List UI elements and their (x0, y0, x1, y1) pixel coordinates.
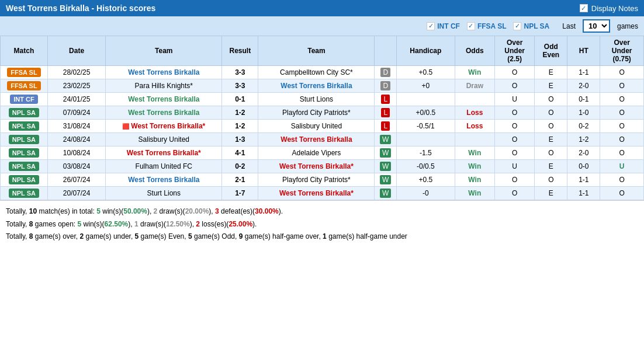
scores-table: Match Date Team Result Team Handicap Odd… (0, 36, 644, 200)
table-row: NPL SA31/08/24🟥West Torrens Birkalla*1-2… (1, 120, 644, 133)
odds-result: Win (455, 160, 494, 173)
result-letter: W (380, 189, 391, 198)
table-row: NPL SA24/08/24Salisbury United1-3West To… (1, 133, 644, 146)
team1-name: West Torrens Birkalla* (106, 146, 222, 160)
odds-result: Draw (455, 79, 494, 93)
ffsa-sl-label: FFSA SL (477, 22, 507, 30)
col-team2: Team (258, 36, 375, 66)
result-letter: L (381, 121, 390, 131)
col-ou25: Over Under (2.5) (495, 36, 535, 66)
result-indicator: L (375, 106, 397, 120)
league-badge: NPL SA (9, 175, 39, 184)
odds-result: Win (455, 146, 494, 160)
odds-result: Loss (455, 106, 494, 120)
league-badge-cell: NPL SA (1, 160, 48, 173)
over-under-25: O (495, 173, 535, 187)
table-row: INT CF24/01/25West Torrens Birkalla0-1St… (1, 93, 644, 106)
half-time-score: 1-2 (567, 133, 600, 146)
league-badge: INT CF (10, 95, 37, 104)
league-badge-cell: FFSA SL (1, 79, 48, 93)
over-under-075: U (600, 160, 644, 173)
result-indicator: W (375, 146, 397, 160)
team2-name: Campbelltown City SC* (258, 66, 375, 79)
table-row: FFSA SL23/02/25Para Hills Knights*3-3Wes… (1, 79, 644, 93)
league-badge: NPL SA (9, 121, 39, 131)
league-badge-cell: NPL SA (1, 173, 48, 187)
handicap-value (397, 133, 455, 146)
result-indicator: W (375, 187, 397, 200)
games-select[interactable]: 10 20 30 (583, 19, 610, 33)
over-under-25: U (495, 93, 535, 106)
handicap-value: +0.5 (397, 173, 455, 187)
ffsa-sl-check[interactable]: ✓ (467, 22, 475, 30)
handicap-value: -0/0.5 (397, 160, 455, 173)
result-indicator: L (375, 93, 397, 106)
handicap-value: -0.5/1 (397, 120, 455, 133)
handicap-value: -1.5 (397, 146, 455, 160)
footer: Totally, 10 match(es) in total: 5 win(s)… (0, 200, 644, 248)
handicap-value: -0 (397, 187, 455, 200)
over-under-25: O (495, 106, 535, 120)
match-score: 3-3 (222, 66, 258, 79)
team2-name: West Torrens Birkalla* (258, 187, 375, 200)
table-row: FFSA SL28/02/25West Torrens Birkalla3-3C… (1, 66, 644, 79)
result-letter: W (380, 162, 391, 171)
half-time-score: 1-1 (567, 66, 600, 79)
team2-name: West Torrens Birkalla* (258, 160, 375, 173)
team1-name: West Torrens Birkalla (106, 93, 222, 106)
int-cf-check[interactable]: ✓ (427, 22, 435, 30)
match-date: 23/02/25 (47, 79, 105, 93)
team1-name: Fulham United FC (106, 160, 222, 173)
result-letter: D (380, 81, 390, 90)
odd-even: E (535, 66, 567, 79)
col-team1: Team (106, 36, 222, 66)
filter-ffsa-sl[interactable]: ✓ FFSA SL (467, 22, 507, 30)
match-date: 31/08/24 (47, 120, 105, 133)
odds-result (455, 93, 494, 106)
half-time-score: 0-0 (567, 160, 600, 173)
odd-even: O (535, 120, 567, 133)
filter-bar: ✓ INT CF ✓ FFSA SL ✓ NPL SA Last 10 20 3… (0, 16, 644, 36)
result-letter: L (381, 95, 390, 104)
odds-result: Win (455, 66, 494, 79)
display-notes-container[interactable]: ✓ Display Notes (580, 4, 638, 13)
odds-result: Win (455, 173, 494, 187)
col-wd (375, 36, 397, 66)
filter-int-cf[interactable]: ✓ INT CF (427, 22, 460, 30)
col-handicap: Handicap (397, 36, 455, 66)
header-title: West Torrens Birkalla - Historic scores (6, 4, 155, 13)
league-badge-cell: NPL SA (1, 133, 48, 146)
col-oe: Odd Even (535, 36, 567, 66)
odds-result (455, 133, 494, 146)
match-date: 24/08/24 (47, 133, 105, 146)
games-suffix: games (617, 22, 638, 30)
npl-sa-check[interactable]: ✓ (513, 22, 521, 30)
result-letter: W (380, 148, 391, 158)
header: West Torrens Birkalla - Historic scores … (0, 0, 644, 16)
handicap-value: +0 (397, 79, 455, 93)
team2-name: Sturt Lions (258, 93, 375, 106)
col-ou075: Over Under (0.75) (600, 36, 644, 66)
over-under-075: O (600, 93, 644, 106)
display-notes-check[interactable]: ✓ (580, 4, 588, 12)
over-under-075: O (600, 79, 644, 93)
match-date: 07/09/24 (47, 106, 105, 120)
team2-name: West Torrens Birkalla (258, 133, 375, 146)
filter-npl-sa[interactable]: ✓ NPL SA (513, 22, 549, 30)
col-ht: HT (567, 36, 600, 66)
match-score: 0-1 (222, 93, 258, 106)
team1-name: Salisbury United (106, 133, 222, 146)
handicap-value: +0/0.5 (397, 106, 455, 120)
match-score: 1-3 (222, 133, 258, 146)
half-time-score: 0-1 (567, 93, 600, 106)
col-odds: Odds (455, 36, 494, 66)
league-badge: NPL SA (9, 135, 39, 144)
result-letter: L (381, 108, 390, 117)
over-under-075: O (600, 133, 644, 146)
half-time-score: 1-0 (567, 106, 600, 120)
col-result: Result (222, 36, 258, 66)
team2-name: West Torrens Birkalla (258, 79, 375, 93)
over-under-075: O (600, 66, 644, 79)
half-time-score: 2-0 (567, 79, 600, 93)
odds-result: Win (455, 187, 494, 200)
